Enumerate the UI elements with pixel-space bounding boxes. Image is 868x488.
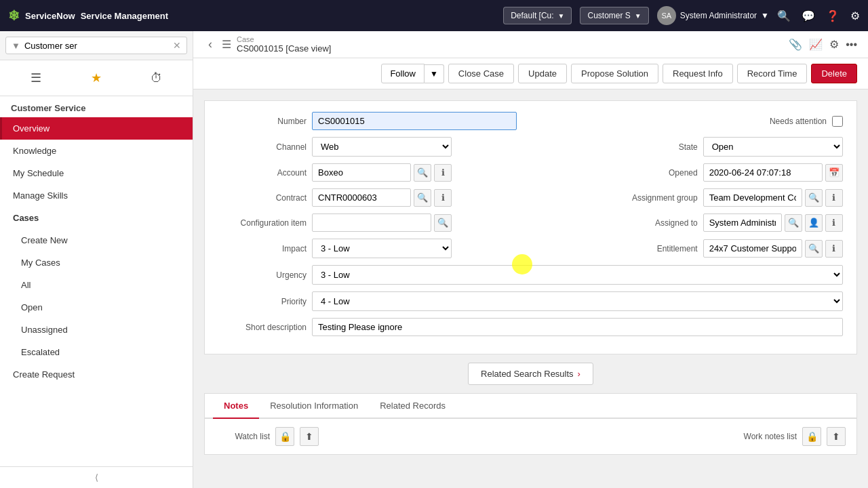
assigned-to-info-icon[interactable]: ℹ — [825, 214, 843, 232]
chart-icon[interactable]: 📈 — [809, 38, 823, 51]
account-input[interactable] — [312, 163, 411, 182]
assigned-to-input[interactable] — [703, 214, 782, 232]
sidebar-search: ▼ ✕ — [0, 31, 193, 60]
contract-search-icon[interactable]: 🔍 — [414, 189, 431, 207]
tab-resolution-information[interactable]: Resolution Information — [259, 394, 369, 419]
case-menu-icon[interactable]: ☰ — [222, 38, 231, 51]
opened-input[interactable] — [703, 163, 823, 182]
brand-name: ServiceNow — [25, 11, 75, 21]
form-row-urgency: Urgency 1 - High2 - Medium3 - Low — [218, 265, 843, 285]
related-search-button[interactable]: Related Search Results › — [468, 363, 593, 385]
sidebar-item-knowledge[interactable]: Knowledge — [0, 140, 193, 162]
sidebar-icon-bar: ☰ ★ ⏱ — [0, 60, 193, 96]
entitlement-search-icon[interactable]: 🔍 — [805, 240, 823, 258]
account-label: Account — [218, 168, 307, 178]
propose-solution-button[interactable]: Propose Solution — [571, 64, 658, 83]
customer-dropdown[interactable]: Customer S ▼ — [580, 7, 648, 24]
case-id: CS0001015 [Case view] — [237, 43, 331, 54]
delete-button[interactable]: Delete — [811, 64, 857, 83]
clear-search-icon[interactable]: ✕ — [173, 40, 181, 51]
related-search-container: Related Search Results › — [204, 363, 857, 385]
watch-row: Watch list 🔒 ⬆ Work notes list 🔒 ⬆ — [216, 427, 846, 446]
assigned-to-search-icon[interactable]: 🔍 — [785, 214, 802, 232]
sidebar-collapse-btn[interactable]: ⟨ — [0, 466, 193, 488]
help-icon[interactable]: ❓ — [826, 9, 840, 22]
request-info-button[interactable]: Request Info — [663, 64, 733, 83]
configuration-item-input[interactable] — [312, 214, 431, 232]
impact-select[interactable]: 1 - High2 - Medium3 - Low — [312, 239, 452, 258]
sidebar-item-my-schedule[interactable]: My Schedule — [0, 162, 193, 184]
list-view-icon[interactable]: ☰ — [24, 66, 48, 90]
channel-select[interactable]: WebEmailPhoneChat — [312, 137, 452, 157]
tab-related-records[interactable]: Related Records — [369, 394, 456, 419]
case-header: ‹ ☰ Case CS0001015 [Case view] 📎 📈 ⚙ ••• — [193, 31, 868, 58]
default-dropdown[interactable]: Default [Cu: ▼ — [503, 7, 572, 24]
form-panel: Number Needs attention Channel WebEmailP… — [204, 100, 857, 354]
configuration-item-search-icon[interactable]: 🔍 — [434, 214, 452, 232]
sidebar-item-open[interactable]: Open — [0, 296, 193, 319]
sidebar-item-my-cases[interactable]: My Cases — [0, 251, 193, 274]
entitlement-input[interactable] — [703, 239, 802, 258]
assignment-group-input[interactable] — [703, 188, 802, 207]
form-row-short-description: Short description — [218, 318, 843, 336]
urgency-select[interactable]: 1 - High2 - Medium3 - Low — [312, 265, 843, 285]
work-notes-list-label: Work notes list — [743, 432, 797, 441]
settings-icon[interactable]: ⚙ — [850, 9, 860, 22]
related-search-arrow: › — [578, 369, 580, 379]
chat-icon[interactable]: 💬 — [802, 9, 815, 22]
avatar: SA — [657, 6, 676, 25]
back-button[interactable]: ‹ — [204, 36, 216, 53]
tabs-bar: Notes Resolution Information Related Rec… — [205, 394, 856, 419]
search-icon[interactable]: 🔍 — [777, 9, 791, 22]
entitlement-info-icon[interactable]: ℹ — [825, 240, 843, 258]
history-icon[interactable]: ⏱ — [144, 66, 169, 90]
work-notes-lock-icon[interactable]: 🔒 — [802, 427, 821, 446]
close-case-button[interactable]: Close Case — [448, 64, 514, 83]
sidebar-item-create-request[interactable]: Create Request — [0, 363, 193, 386]
sidebar-search-input[interactable] — [24, 41, 169, 51]
needs-attention-checkbox[interactable] — [832, 116, 843, 127]
tabs-content: Watch list 🔒 ⬆ Work notes list 🔒 ⬆ — [205, 419, 856, 454]
account-search-icon[interactable]: 🔍 — [414, 164, 431, 182]
short-description-label: Short description — [218, 323, 307, 332]
number-label: Number — [218, 117, 307, 126]
contract-info-icon[interactable]: ℹ — [434, 189, 452, 207]
form-row-priority: Priority 1 - Critical2 - High3 - Moderat… — [218, 291, 843, 311]
watch-list-add-icon[interactable]: ⬆ — [300, 427, 319, 446]
sidebar-item-overview[interactable]: Overview — [0, 117, 193, 140]
sidebar-scroll: Customer Service Overview Knowledge My S… — [0, 96, 193, 466]
record-time-button[interactable]: Record Time — [737, 64, 808, 83]
more-icon[interactable]: ••• — [846, 39, 857, 51]
follow-dropdown-arrow[interactable]: ▼ — [425, 64, 444, 83]
account-info-icon[interactable]: ℹ — [434, 164, 452, 182]
assignment-group-search-icon[interactable]: 🔍 — [805, 189, 823, 207]
assigned-to-person-icon[interactable]: 👤 — [805, 214, 823, 232]
sidebar-item-all[interactable]: All — [0, 274, 193, 296]
sliders-icon[interactable]: ⚙ — [829, 38, 839, 51]
assignment-group-info-icon[interactable]: ℹ — [825, 189, 843, 207]
favorites-icon[interactable]: ★ — [84, 66, 108, 90]
update-button[interactable]: Update — [518, 64, 567, 83]
entitlement-label: Entitlement — [603, 244, 698, 253]
follow-button[interactable]: Follow — [381, 64, 425, 83]
priority-select[interactable]: 1 - Critical2 - High3 - Moderate4 - Low — [312, 291, 843, 311]
work-notes-add-icon[interactable]: ⬆ — [827, 427, 846, 446]
sidebar-section-title: Customer Service — [0, 96, 193, 117]
opened-calendar-icon[interactable]: 📅 — [825, 164, 843, 182]
tab-notes[interactable]: Notes — [213, 394, 259, 419]
paperclip-icon[interactable]: 📎 — [789, 38, 802, 51]
number-input[interactable] — [312, 112, 517, 130]
watch-list-lock-icon[interactable]: 🔒 — [275, 427, 294, 446]
contract-input[interactable] — [312, 188, 411, 207]
assignment-group-label: Assignment group — [603, 193, 698, 203]
contract-label: Contract — [218, 193, 307, 203]
state-select[interactable]: OpenClosedResolvedIn Progress — [703, 137, 843, 157]
user-menu[interactable]: SA System Administrator ▼ — [657, 6, 769, 25]
sidebar-item-manage-skills[interactable]: Manage Skills — [0, 184, 193, 207]
sidebar-item-cases[interactable]: Cases — [0, 207, 193, 229]
sidebar-item-escalated[interactable]: Escalated — [0, 341, 193, 363]
sidebar-item-create-new[interactable]: Create New — [0, 229, 193, 251]
needs-attention-label: Needs attention — [732, 117, 827, 126]
sidebar-item-unassigned[interactable]: Unassigned — [0, 319, 193, 341]
short-description-input[interactable] — [312, 318, 843, 336]
